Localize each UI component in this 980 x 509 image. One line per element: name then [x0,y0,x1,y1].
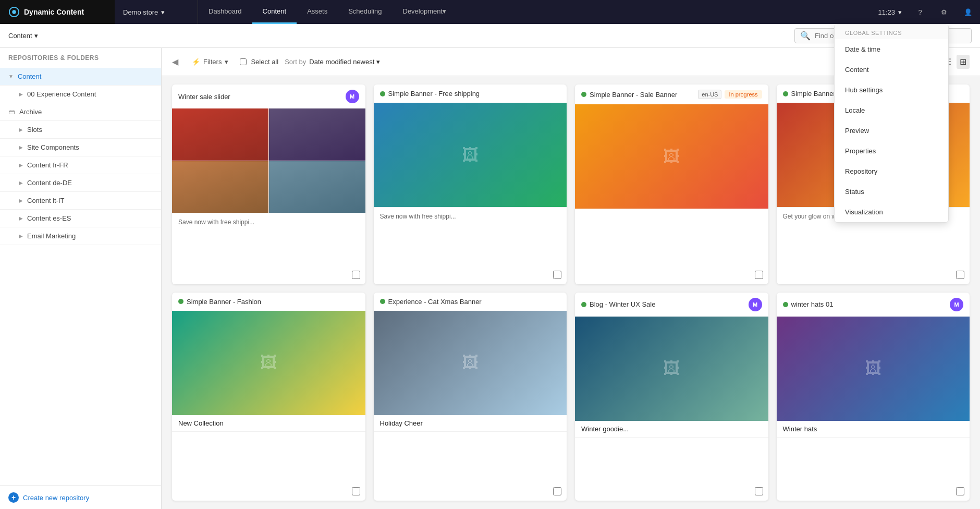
dropdown-item-repository[interactable]: Repository [835,161,948,181]
sidebar-item-label: Content it-IT [27,197,65,204]
content-card[interactable]: Winter sale slider M Save now with free … [172,84,365,284]
sidebar-item-content-de[interactable]: ▶ Content de-DE [0,174,161,192]
help-icon[interactable]: ? [908,0,932,24]
sidebar-item-archive[interactable]: 🗃 Archive [0,103,161,121]
dropdown-item-date-time[interactable]: Date & time [835,39,948,59]
nav-content[interactable]: Content [252,0,297,24]
content-card[interactable]: Blog - Winter UX Sale M 🖼 Winter goodie.… [575,293,768,501]
create-new-repository-button[interactable]: + Create new repository [0,486,161,509]
card-meta: Simple Banner - Free shipping [380,90,480,98]
card-header: Winter sale slider M [172,84,365,108]
sidebar-item-content-it[interactable]: ▶ Content it-IT [0,192,161,210]
card-meta: Blog - Winter UX Sale [581,300,655,308]
card-select-checkbox[interactable] [755,271,763,279]
card-meta: Experience - Cat Xmas Banner [380,298,482,306]
content-card[interactable]: Simple Banner - Free shipping 🖼 Save now… [374,84,567,284]
sort-chevron-icon: ▾ [376,58,380,66]
filter-icon: ⚡ [192,58,200,66]
sidebar-item-content[interactable]: ▼ Content [0,68,161,86]
card-meta: Simple Banner - Fashion [178,298,261,306]
sidebar-item-experience-content[interactable]: ▶ 00 Experience Content [0,86,161,103]
content-card[interactable]: Simple Banner - Fashion 🖼 New Collection [172,293,365,501]
card-thumbnail: 🖼 [374,103,567,207]
card-title: Experience - Cat Xmas Banner [388,298,482,306]
sidebar-item-label: Site Components [27,143,79,151]
card-thumbnail: 🖼 [374,311,567,415]
filters-label: Filters [203,58,222,66]
status-dot [581,92,586,97]
chevron-right-icon: ▶ [19,180,23,186]
dropdown-item-content[interactable]: Content [835,59,948,80]
sort-value-selector[interactable]: Date modified newest ▾ [309,58,380,66]
grid-view-button[interactable]: ⊞ [957,55,970,69]
card-footer-text: Save now with free shippi... [178,219,254,226]
thumbnail-placeholder: 🖼 [575,104,768,209]
user-icon[interactable]: 👤 [956,0,980,24]
card-header: winter hats 01 M [777,293,970,317]
store-selector[interactable]: Demo store ▾ [115,0,198,24]
card-select-checkbox[interactable] [755,487,763,495]
card-select-checkbox[interactable] [956,487,964,495]
card-select-checkbox[interactable] [352,487,360,495]
card-title: Simple Banner [791,90,836,98]
collage-cell-1 [172,108,268,161]
dropdown-item-properties[interactable]: Properties [835,141,948,161]
card-meta: winter hats 01 [783,300,834,308]
sidebar-item-label: Content es-ES [27,214,71,222]
card-thumbnail: 🖼 [172,311,365,415]
sidebar-item-slots[interactable]: ▶ Slots [0,121,161,139]
content-card[interactable]: Experience - Cat Xmas Banner 🖼 Holiday C… [374,293,567,501]
card-select-checkbox[interactable] [553,271,561,279]
dropdown-item-preview[interactable]: Preview [835,120,948,141]
content-card[interactable]: Simple Banner - Sale Banner en-US In pro… [575,84,768,284]
sidebar-item-site-components[interactable]: ▶ Site Components [0,139,161,156]
thumbnail-placeholder: 🖼 [777,317,970,421]
sidebar-item-email-marketing[interactable]: ▶ Email Marketing [0,227,161,245]
nav-scheduling[interactable]: Scheduling [338,0,392,24]
settings-icon[interactable]: ⚙ [932,0,956,24]
sidebar-item-label: Content de-DE [27,179,72,187]
avatar: M [950,298,963,311]
card-footer [777,437,970,448]
select-all-checkbox[interactable] [240,58,247,65]
nav-dashboard[interactable]: Dashboard [198,0,252,24]
chevron-right-icon: ▶ [19,127,23,132]
dropdown-item-locale[interactable]: Locale [835,100,948,120]
thumbnail-placeholder: 🖼 [575,317,768,421]
card-footer: Save now with free shippi... [172,213,365,231]
card-select-checkbox[interactable] [553,487,561,495]
sort-row: Sort by Date modified newest ▾ [285,58,380,66]
status-dot [380,91,385,96]
dropdown-item-visualization[interactable]: Visualization [835,202,948,222]
dropdown-item-status[interactable]: Status [835,181,948,202]
card-thumbnail: 🖼 [777,317,970,421]
thumbnail-placeholder: 🖼 [374,311,567,415]
sidebar-bottom: + Create new repository [0,486,161,509]
top-nav: Dynamic Content Demo store ▾ Dashboard C… [0,0,980,24]
collage-cell-2 [269,108,365,161]
content-card[interactable]: winter hats 01 M 🖼 Winter hats [777,293,970,501]
status-dot [783,302,788,307]
card-title-overlay: Winter hats [777,421,970,437]
card-title-overlay: Holiday Cheer [374,415,567,431]
avatar: M [346,90,359,103]
dropdown-item-hub-settings[interactable]: Hub settings [835,80,948,100]
breadcrumb-chevron-icon: ▾ [34,32,38,40]
locale-badge: en-US [698,90,721,99]
card-header: Simple Banner - Free shipping [374,84,567,103]
sidebar-item-content-fr[interactable]: ▶ Content fr-FR [0,156,161,174]
nav-development[interactable]: Development ▾ [393,0,457,24]
collage-cell-4 [269,161,365,213]
chevron-right-icon: ▶ [19,91,23,97]
thumbnail-placeholder: 🖼 [374,103,567,207]
chevron-right-icon: ▶ [19,144,23,150]
card-select-checkbox[interactable] [956,271,964,279]
top-nav-right: 11:23 ▾ ? ⚙ 👤 [872,0,980,24]
card-thumbnail [172,108,365,213]
nav-assets[interactable]: Assets [297,0,338,24]
card-select-checkbox[interactable] [352,271,360,279]
filters-button[interactable]: ⚡ Filters ▾ [187,55,234,69]
sidebar-item-content-es[interactable]: ▶ Content es-ES [0,210,161,227]
sidebar-collapse-button[interactable]: ◀ [172,57,178,67]
create-repo-label: Create new repository [23,494,89,502]
